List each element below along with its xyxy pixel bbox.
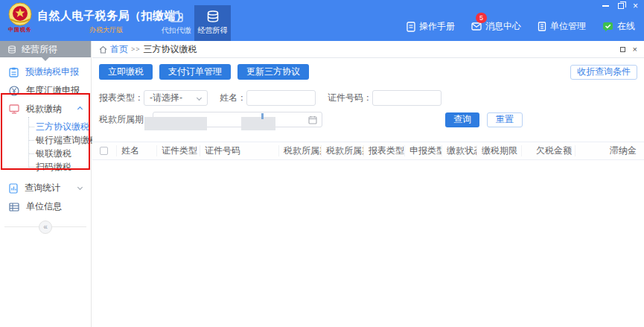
home-icon [99, 45, 107, 54]
id-number-input[interactable] [372, 90, 441, 106]
column-header: 申报类型 [404, 145, 441, 156]
wallet-icon [170, 10, 183, 22]
payment-order-button[interactable]: 支付订单管理 [159, 64, 231, 80]
breadcrumb-separator: >> [131, 45, 141, 53]
sidebar-item-label: 税款缴纳 [26, 103, 62, 115]
tab-label: 代扣代缴 [162, 25, 191, 36]
query-button[interactable]: 查询 [445, 112, 479, 127]
column-header: 报表类型 [363, 145, 404, 156]
window-controls: × [602, 2, 638, 10]
header-nav: 操作手册 5 消息中心 单位管理 在线 [407, 20, 635, 33]
select-all-cell [98, 145, 116, 156]
fold-query-button[interactable]: 收折查询条件 [570, 65, 637, 80]
panel-controls: × [620, 45, 637, 54]
sidebar-subitem-scan-code[interactable]: 扫码缴税 [0, 160, 91, 174]
message-icon [471, 22, 482, 31]
tab-jingying-suode[interactable]: 经营所得 [194, 5, 231, 41]
sidebar-item-prepay-declare[interactable]: 预缴纳税申报 [0, 63, 91, 81]
column-header: 滞纳金 [575, 145, 638, 156]
report-type-select[interactable]: -请选择- [144, 90, 208, 106]
nav-unit-management[interactable]: 单位管理 [538, 20, 586, 33]
column-header: 证件号码 [200, 145, 278, 156]
sidebar-item-label: 单位信息 [26, 200, 62, 213]
tax-payment-submenu: 三方协议缴税 银行端查询缴税 银联缴税 扫码缴税 [0, 118, 91, 176]
pay-now-button[interactable]: 立即缴税 [99, 64, 153, 80]
reset-button[interactable]: 重置 [487, 112, 523, 127]
close-icon[interactable]: × [633, 2, 638, 10]
sidebar-header-label: 经营所得 [22, 43, 57, 56]
sidebar-item-label: 预缴纳税申报 [25, 66, 79, 78]
sidebar-subitem-bank-query[interactable]: 银行端查询缴税 [0, 133, 91, 147]
sidebar-item-tax-payment[interactable]: 税款缴纳 [0, 100, 91, 118]
column-header: 姓名 [116, 145, 156, 156]
column-header: 缴款状态 [441, 145, 476, 156]
sidebar: 经营所得 预缴纳税申报 年度汇缴申报 税款缴纳 三方协议缴税 银行端查询缴税 银… [0, 41, 92, 327]
sidebar-subitem-unionpay[interactable]: 银联缴税 [0, 147, 91, 160]
toolbar: 立即缴税 支付订单管理 更新三方协议 收折查询条件 [99, 64, 637, 80]
sidebar-item-query-stats[interactable]: 查询统计 [0, 179, 91, 197]
app-header: 中国税务 自然人电子税务局（扣缴端） 办税大厅版 代扣代缴 经营所得 操作手册 … [0, 0, 644, 41]
query-filters: 报表类型： -请选择- 姓名： 证件号码： 税款所属期： 查询 重置 [99, 90, 637, 132]
breadcrumb: 首页 >> 三方协议缴税 [99, 43, 197, 56]
text-cursor [261, 113, 264, 119]
breadcrumb-home[interactable]: 首页 [110, 43, 128, 56]
name-input[interactable] [246, 90, 316, 106]
sidebar-subitem-tripartite-agreement[interactable]: 三方协议缴税 [0, 120, 91, 133]
report-type-value: -请选择- [150, 92, 182, 104]
sidebar-divider: « [4, 226, 86, 227]
module-tabs: 代扣代缴 经营所得 [158, 5, 231, 41]
column-header: 缴税期限 [476, 145, 521, 156]
unit-icon [538, 22, 546, 31]
online-icon [602, 22, 613, 32]
tax-bureau-logo: 中国税务 [4, 1, 36, 34]
minimize-icon[interactable] [602, 5, 609, 7]
sidebar-item-annual-declare[interactable]: 年度汇缴申报 [0, 81, 91, 100]
filter-row-1: 报表类型： -请选择- 姓名： 证件号码： [99, 90, 637, 106]
sidebar-item-unit-info[interactable]: 单位信息 [0, 197, 91, 216]
tab-daikou-daijiao[interactable]: 代扣代缴 [158, 5, 194, 41]
national-emblem-icon [7, 1, 33, 27]
chevron-down-icon [197, 95, 202, 101]
sidebar-collapse-button[interactable]: « [39, 220, 52, 234]
sidebar-item-label: 查询统计 [25, 182, 60, 194]
monitor-icon [9, 104, 19, 114]
sidebar-header: 经营所得 [0, 41, 91, 57]
chevron-up-icon [77, 107, 83, 112]
chevron-down-icon [77, 184, 83, 189]
clipboard-icon [9, 67, 19, 77]
coins-icon [206, 10, 220, 22]
redacted-date-value [241, 117, 275, 130]
grid-icon [9, 203, 19, 212]
stats-icon [9, 183, 18, 194]
nav-label: 消息中心 [485, 20, 521, 33]
nav-message-center[interactable]: 5 消息中心 [471, 20, 521, 33]
panel-close-icon[interactable]: × [633, 45, 637, 54]
column-header: 税款所属期止 [321, 145, 363, 156]
select-all-checkbox[interactable] [100, 147, 108, 155]
nav-label: 操作手册 [419, 20, 455, 33]
restore-icon[interactable] [618, 3, 624, 9]
tab-label: 经营所得 [198, 25, 228, 36]
column-header: 税款所属期起 [278, 145, 321, 156]
yen-circle-icon [9, 86, 19, 96]
redacted-date-value [144, 117, 207, 130]
logo-text: 中国税务 [4, 26, 36, 34]
name-label: 姓名： [220, 92, 246, 104]
calendar-icon [308, 115, 317, 124]
report-type-label: 报表类型： [99, 92, 144, 104]
column-header: 证件类型 [156, 145, 200, 156]
nav-online-status[interactable]: 在线 [602, 20, 635, 33]
breadcrumb-current: 三方协议缴税 [144, 43, 197, 56]
update-agreement-button[interactable]: 更新三方协议 [237, 64, 309, 80]
message-badge: 5 [476, 13, 487, 23]
sidebar-item-label: 年度汇缴申报 [26, 84, 80, 97]
app-subtitle: 办税大厅版 [89, 25, 123, 35]
nav-label: 单位管理 [550, 20, 586, 33]
panel-restore-icon[interactable] [620, 47, 625, 52]
coins-icon [7, 45, 16, 54]
nav-operation-manual[interactable]: 操作手册 [407, 20, 455, 33]
main-content: 首页 >> 三方协议缴税 × 立即缴税 支付订单管理 更新三方协议 收折查询条件… [92, 41, 644, 327]
manual-icon [407, 22, 415, 32]
nav-label: 在线 [617, 20, 635, 33]
table-header: 姓名 证件类型 证件号码 税款所属期起 税款所属期止 报表类型 申报类型 缴款状… [92, 142, 644, 160]
